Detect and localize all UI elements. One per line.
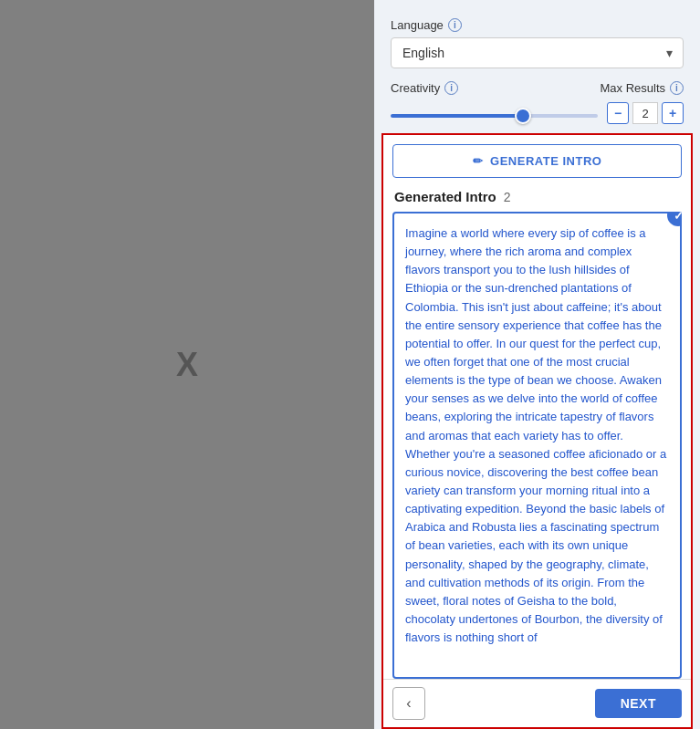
- slider-stepper-row: − 2 +: [391, 102, 684, 124]
- max-results-info-icon[interactable]: i: [670, 81, 684, 95]
- generated-intro-title: Generated Intro: [394, 189, 496, 204]
- max-results-label: Max Results i: [600, 81, 684, 95]
- generated-text-content: Imagine a world where every sip of coffe…: [405, 226, 666, 644]
- creativity-label: Creativity i: [391, 81, 458, 95]
- placeholder-x: X: [176, 346, 198, 384]
- generate-intro-button[interactable]: ✏ GENERATE INTRO: [392, 144, 682, 178]
- language-label: Language i: [391, 18, 684, 32]
- creativity-info-icon[interactable]: i: [444, 81, 458, 95]
- back-icon: ‹: [406, 695, 411, 712]
- top-section: Language i English Spanish French German…: [374, 0, 700, 133]
- max-results-stepper: − 2 +: [607, 102, 684, 124]
- decrement-button[interactable]: −: [607, 102, 629, 124]
- creativity-slider[interactable]: [391, 114, 598, 118]
- language-select[interactable]: English Spanish French German Portuguese: [391, 37, 684, 68]
- creativity-max-row: Creativity i Max Results i: [391, 81, 684, 95]
- bottom-nav: ‹ NEXT: [383, 679, 691, 727]
- increment-button[interactable]: +: [662, 102, 684, 124]
- max-results-label-text: Max Results: [600, 81, 665, 95]
- pencil-icon: ✏: [473, 154, 484, 168]
- generated-intro-header: Generated Intro 2: [383, 185, 691, 212]
- language-label-text: Language: [391, 18, 444, 32]
- left-panel: X: [0, 0, 374, 729]
- text-card-wrapper: ✓ Imagine a world where every sip of cof…: [392, 212, 682, 679]
- generated-text-card[interactable]: Imagine a world where every sip of coffe…: [392, 212, 682, 679]
- slider-container: [391, 105, 598, 121]
- stepper-value: 2: [632, 102, 658, 124]
- result-count: 2: [504, 190, 511, 204]
- language-select-wrapper: English Spanish French German Portuguese…: [391, 37, 684, 68]
- main-content: ✏ GENERATE INTRO Generated Intro 2 ✓ Ima…: [381, 133, 693, 729]
- language-info-icon[interactable]: i: [448, 18, 462, 32]
- next-button[interactable]: NEXT: [595, 689, 682, 718]
- right-panel: Language i English Spanish French German…: [374, 0, 700, 729]
- generate-intro-label: GENERATE INTRO: [490, 154, 601, 168]
- back-button[interactable]: ‹: [392, 687, 425, 720]
- creativity-label-text: Creativity: [391, 81, 440, 95]
